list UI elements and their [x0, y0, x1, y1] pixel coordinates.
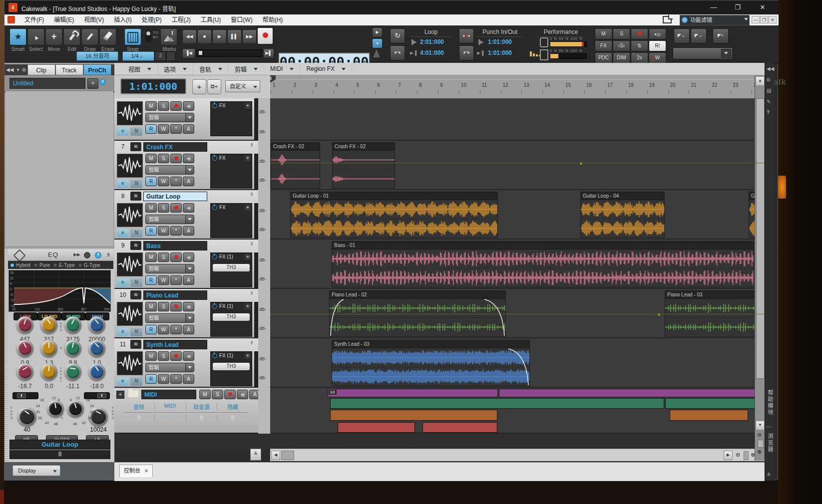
menu-item-5[interactable]: 工程(J) [167, 14, 196, 25]
mix-mute-button[interactable]: M [595, 28, 612, 39]
read-auto-button[interactable]: R [145, 177, 157, 186]
clip-menu[interactable]: 剪辑 [145, 165, 194, 175]
clip-lane-button[interactable]: ≡ [117, 180, 129, 188]
track-strip-7[interactable]: 7 ≋ Crash FX «« ≡ N M S ●))) 剪辑 R W * A [114, 141, 258, 190]
tab-track[interactable]: Track [55, 64, 83, 75]
freeze-button[interactable]: * [170, 124, 182, 134]
fade-preset-select[interactable] [673, 47, 733, 59]
hscroll-thumb[interactable] [281, 451, 294, 460]
menu-item-7[interactable]: 窗口(W) [226, 14, 257, 25]
record-button[interactable] [257, 27, 273, 44]
mute-button[interactable]: M [145, 252, 157, 262]
transport-stop-button[interactable]: ■ [197, 29, 212, 44]
fx-bin[interactable]: FX (1) +TH3 [210, 302, 252, 337]
expand-chevron-icon[interactable]: «« [249, 341, 254, 344]
tool-select-button[interactable]: ▲ [27, 28, 44, 45]
track-strip-9[interactable]: 9 ≋ Bass «« ≡ N M S ●))) 剪辑 R W * A [114, 240, 258, 289]
note-filter-button[interactable]: N [130, 180, 142, 188]
transport-rewind-button[interactable]: ◀◀ [182, 29, 197, 44]
position-slider[interactable] [196, 49, 262, 57]
folder-solo-button[interactable]: S [212, 390, 223, 399]
menu-item-2[interactable]: 视图(V) [79, 14, 109, 25]
archive-button[interactable]: A [183, 325, 194, 334]
snap-to-by-toggle[interactable] [145, 30, 151, 42]
expand-chevron-icon[interactable]: «« [249, 243, 254, 246]
clip-bass-01[interactable]: Bass - 01 [332, 241, 754, 287]
read-auto-button[interactable]: R [145, 325, 157, 334]
collapse-icon[interactable]: ◀◀ [4, 64, 15, 75]
vertical-scrollbar[interactable]: ▲ ▼ ⊖ ⊕ [755, 75, 765, 461]
loop-end[interactable]: 4:01:000 [420, 49, 444, 56]
expand-chevron-icon[interactable]: «« [249, 144, 254, 147]
clip-lane-button[interactable]: ≡ [117, 328, 129, 336]
clip-menu[interactable]: 剪辑 [145, 215, 194, 224]
help-icon[interactable]: ? [767, 110, 770, 115]
track-name[interactable]: Synth Lead [143, 340, 207, 349]
folder-composite-clip[interactable] [422, 422, 497, 433]
solo-button[interactable]: S [158, 302, 169, 311]
eq-low-q-knob[interactable] [16, 340, 33, 357]
write-auto-button[interactable]: W [158, 275, 169, 285]
punch-out[interactable]: 1:01:000 [488, 49, 512, 56]
tab-browser[interactable]: 浏览器 [766, 433, 774, 453]
folder-echo-button[interactable]: ●))) [237, 390, 248, 399]
proch-power-button[interactable] [99, 78, 106, 87]
arm-button[interactable] [170, 154, 182, 163]
eq-low-shelf-slider[interactable] [12, 392, 38, 399]
folder-composite-clip[interactable] [330, 398, 664, 409]
maximize-button[interactable]: ❐ [727, 0, 749, 14]
tool-erase-button[interactable] [99, 28, 116, 45]
menu-item-4[interactable]: 处理(P) [137, 14, 167, 25]
track-name[interactable]: Piano Lead [143, 290, 207, 300]
input-echo-button[interactable]: ●))) [183, 101, 194, 111]
archive-button[interactable]: A [183, 275, 194, 285]
close-button[interactable]: ✕ [752, 0, 774, 14]
record-mode-button[interactable]: ● [372, 38, 383, 48]
dock-collapse-icon[interactable]: ◀◀ [767, 66, 774, 71]
snap-count[interactable]: 3 [155, 51, 166, 61]
arm-button[interactable] [170, 351, 182, 361]
close-tab-icon[interactable]: ✕ [144, 465, 148, 477]
menu-item-8[interactable]: 帮助(H) [258, 14, 288, 25]
tab-clip[interactable]: Clip [27, 64, 55, 75]
function-filter-select[interactable]: 功能滤镜 [680, 15, 750, 25]
folder-expand-button[interactable]: + [116, 391, 124, 399]
solo-button[interactable]: S [158, 351, 169, 361]
vzoom-in-icon[interactable]: ⊕ [757, 449, 762, 455]
clip-menu[interactable]: 剪辑 [145, 313, 194, 323]
fx-add-button[interactable]: + [245, 205, 251, 211]
track-name[interactable]: Crash FX [143, 142, 207, 152]
tv-menu-3[interactable]: 剪辑 [229, 63, 264, 75]
envelope-node[interactable] [657, 313, 661, 316]
folder-name[interactable]: MIDI [141, 390, 196, 399]
rtz-button[interactable]: ▐◀ [182, 48, 195, 58]
screenset-icon[interactable] [663, 16, 672, 23]
browser-media-icon[interactable]: ▤ [767, 88, 771, 93]
fade-out-button[interactable]: ◤→ [691, 28, 707, 43]
tool-move-button[interactable]: + [45, 28, 62, 45]
vzoom-slider[interactable] [758, 440, 764, 448]
tv-menu-0[interactable]: 视图 [122, 63, 158, 75]
mdi-minimize-button[interactable]: — [752, 16, 760, 23]
arm-button[interactable] [170, 302, 182, 311]
tab-console[interactable]: 控制台✕ [119, 465, 153, 477]
fx-power-icon[interactable] [212, 103, 217, 108]
eq-lo-mid-freq-knob[interactable] [40, 316, 57, 333]
eq-hi-mid-q-knob[interactable] [64, 340, 81, 357]
archive-button[interactable]: A [183, 177, 194, 186]
note-filter-button[interactable]: N [130, 377, 142, 386]
eq-lo-mid-level-knob[interactable] [40, 363, 57, 380]
dock-expand-icon[interactable]: ≜ [767, 472, 771, 478]
read-auto-button[interactable]: R [145, 374, 157, 384]
track-name[interactable]: Guitar Loop [143, 192, 207, 201]
eq-low-freq-knob[interactable] [16, 316, 33, 333]
punch-in[interactable]: 1:01:000 [488, 38, 512, 45]
scroll-right-button[interactable]: ▶ [724, 451, 733, 460]
loop-markers-button[interactable]: ◤◥ [390, 45, 405, 60]
mix-input-echo-button[interactable]: ●))) [649, 28, 666, 39]
preset-save-button[interactable]: + [87, 78, 98, 89]
fx-add-button[interactable]: + [245, 103, 251, 109]
solo-button[interactable]: S [158, 101, 169, 111]
hp-slope-knob[interactable] [47, 400, 64, 417]
track-strip-11[interactable]: 11 ≋ Synth Lead «« ≡ N M S ●))) 剪辑 R W *… [114, 338, 258, 388]
